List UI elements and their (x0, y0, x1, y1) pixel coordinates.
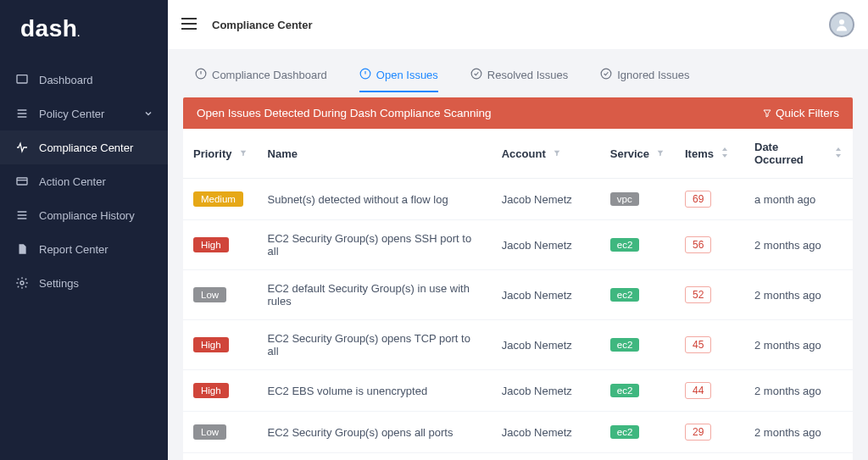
table-row[interactable]: LowEC2 default Security Group(s) in use … (183, 270, 853, 320)
table-row[interactable]: HighEC2 EBS volume is unencryptedJacob N… (183, 370, 853, 412)
account-name: Jacob Nemetz (492, 270, 600, 320)
sidebar: dash. DashboardPolicy CenterCompliance C… (0, 0, 168, 460)
priority-pill: Low (193, 424, 226, 440)
date-occurred: 2 months ago (744, 370, 853, 412)
page-title: Compliance Center (212, 19, 312, 31)
svg-rect-1 (17, 178, 27, 185)
filter-icon (762, 108, 772, 119)
priority-pill: Medium (193, 191, 243, 207)
priority-pill: High (193, 337, 229, 352)
nav-icon (15, 208, 29, 222)
quick-filters-button[interactable]: Quick Filters (762, 107, 839, 119)
sidebar-item-report-center[interactable]: Report Center (0, 232, 168, 266)
tab-icon (600, 68, 612, 82)
nav-icon (15, 175, 29, 188)
svg-point-2 (20, 281, 24, 285)
issue-name: EC2 Security Group(s) opens TCP port to … (258, 320, 492, 370)
sidebar-item-settings[interactable]: Settings (0, 266, 168, 300)
issue-name: EC2 EBS volume is unencrypted (258, 370, 492, 412)
issue-name: Subnet(s) detected without a flow log (258, 179, 492, 220)
date-occurred: 2 months ago (744, 220, 853, 270)
account-name: Jacob Nemetz (492, 220, 600, 270)
table-row[interactable]: HighEC2 Security Group(s) opens SSH port… (183, 220, 853, 270)
col-priority: Priority (193, 147, 232, 160)
sidebar-nav: DashboardPolicy CenterCompliance CenterA… (0, 63, 168, 300)
tab-ignored-issues[interactable]: Ignored Issues (600, 68, 689, 92)
col-date: Date Occurred (754, 141, 827, 166)
brand-logo: dash. (0, 0, 168, 58)
svg-point-7 (601, 69, 611, 79)
tab-label: Open Issues (376, 69, 438, 81)
account-name: Jacob Nemetz (492, 320, 600, 370)
sidebar-item-compliance-center[interactable]: Compliance Center (0, 130, 168, 164)
tab-resolved-issues[interactable]: Resolved Issues (470, 68, 568, 92)
sidebar-item-label: Report Center (39, 243, 108, 256)
sidebar-item-compliance-history[interactable]: Compliance History (0, 198, 168, 232)
table-row[interactable]: LowEC2 Security Group(s) opens all ports… (183, 412, 853, 453)
svg-point-3 (839, 19, 844, 25)
issues-table: Priority Name Account Service Items Date… (183, 129, 853, 460)
panel-header: Open Issues Detected During Dash Complia… (183, 97, 853, 129)
sidebar-item-label: Settings (39, 277, 79, 290)
items-count: 52 (685, 286, 711, 303)
tab-strip: Compliance DashboardOpen IssuesResolved … (183, 61, 853, 92)
filter-icon[interactable] (239, 147, 248, 160)
sort-icon[interactable] (834, 147, 843, 160)
items-count: 29 (685, 424, 711, 441)
nav-icon (15, 242, 29, 256)
filter-icon[interactable] (656, 147, 665, 160)
issue-name: EC2 Security Group(s) opens all ports (258, 412, 492, 453)
tab-icon (470, 68, 482, 82)
priority-pill: Low (193, 287, 226, 302)
tab-open-issues[interactable]: Open Issues (359, 68, 438, 92)
account-name: Jacob Nemetz (492, 370, 600, 412)
nav-icon (15, 107, 29, 120)
service-badge: ec2 (610, 338, 640, 352)
account-name: Jacob Nemetz (492, 179, 600, 220)
priority-pill: High (193, 237, 229, 252)
tab-label: Compliance Dashboard (212, 69, 327, 81)
tab-label: Resolved Issues (487, 69, 568, 81)
date-occurred: 2 months ago (744, 320, 853, 370)
date-occurred: 2 months ago (744, 412, 853, 453)
sidebar-item-policy-center[interactable]: Policy Center (0, 97, 168, 130)
col-service: Service (610, 147, 649, 160)
items-count: 56 (685, 236, 711, 253)
service-badge: ec2 (610, 384, 640, 397)
service-badge: ec2 (610, 238, 640, 252)
priority-pill: High (193, 383, 229, 398)
date-occurred: 2 months ago (744, 453, 853, 461)
nav-icon (15, 73, 29, 86)
sidebar-item-action-center[interactable]: Action Center (0, 164, 168, 198)
col-account: Account (502, 147, 546, 160)
nav-icon (15, 276, 29, 290)
account-name: Jacob Nemetz (492, 412, 600, 453)
table-row[interactable]: HighS3 Bucket(s) have access logging dis… (183, 453, 853, 461)
items-count: 45 (685, 336, 711, 353)
service-badge: vpc (610, 192, 639, 206)
sidebar-item-label: Compliance Center (39, 141, 133, 154)
panel-title: Open Issues Detected During Dash Complia… (197, 107, 491, 119)
sidebar-item-label: Compliance History (39, 209, 135, 222)
col-name: Name (268, 147, 298, 160)
items-count: 69 (685, 191, 711, 208)
tab-compliance-dashboard[interactable]: Compliance Dashboard (195, 68, 327, 92)
tab-label: Ignored Issues (617, 69, 689, 81)
account-name: Jacob Nemetz (492, 453, 600, 461)
sidebar-item-label: Action Center (39, 175, 106, 188)
table-row[interactable]: MediumSubnet(s) detected without a flow … (183, 179, 853, 220)
hamburger-menu-icon[interactable] (181, 18, 197, 32)
filter-icon[interactable] (553, 147, 561, 160)
issue-name: EC2 Security Group(s) opens SSH port to … (258, 220, 492, 270)
sidebar-item-dashboard[interactable]: Dashboard (0, 63, 168, 97)
svg-rect-0 (17, 75, 27, 83)
issues-panel: Open Issues Detected During Dash Complia… (183, 97, 853, 460)
avatar[interactable] (829, 12, 854, 37)
sort-icon[interactable] (721, 147, 729, 160)
table-row[interactable]: HighEC2 Security Group(s) opens TCP port… (183, 320, 853, 370)
sidebar-item-label: Policy Center (39, 108, 104, 120)
chevron-down-icon (144, 108, 153, 120)
sidebar-item-label: Dashboard (39, 74, 93, 86)
date-occurred: a month ago (744, 179, 853, 220)
issue-name: S3 Bucket(s) have access logging disable… (258, 453, 492, 461)
